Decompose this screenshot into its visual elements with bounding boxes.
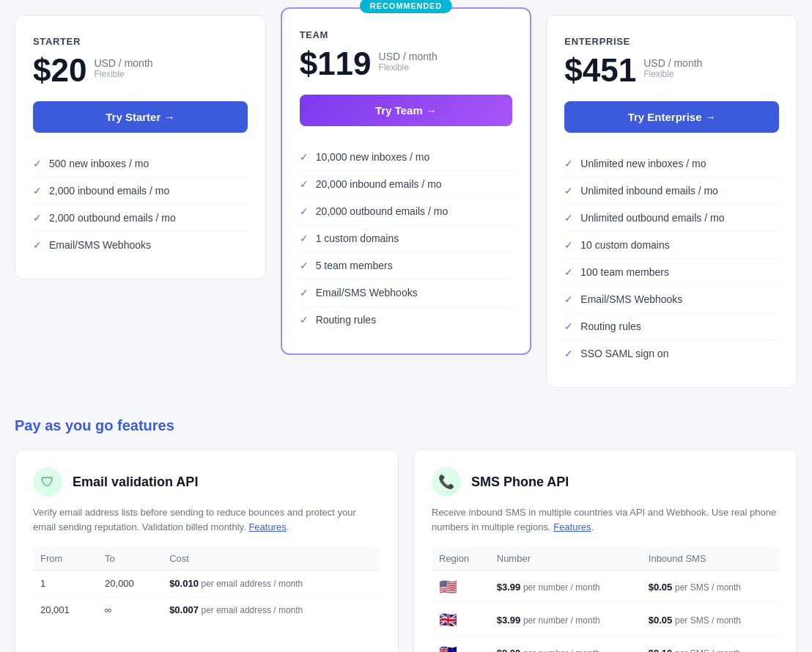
feature-item: ✓ 10,000 new inboxes / mo: [300, 144, 513, 171]
feature-item: ✓ Unlimited outbound emails / mo: [564, 205, 779, 232]
email-validation-desc: Verify email address lists before sendin…: [33, 505, 380, 534]
feature-item: ✓ Email/SMS Webhooks: [33, 232, 248, 258]
sms-phone-features-link[interactable]: Features: [553, 521, 591, 532]
email-validation-icon: 🛡: [33, 467, 62, 497]
feature-text: 20,000 inbound emails / mo: [316, 178, 442, 190]
plan-btn-enterprise[interactable]: Try Enterprise →: [564, 101, 779, 133]
check-icon: ✓: [33, 185, 42, 197]
plan-name-team: TEAM: [300, 29, 513, 40]
plan-price-sub-starter: Flexible: [94, 69, 152, 79]
check-icon: ✓: [300, 314, 309, 326]
col-header: Number: [490, 547, 641, 571]
feature-text: Unlimited inbound emails / mo: [580, 185, 718, 197]
check-icon: ✓: [564, 239, 573, 251]
col-header: To: [97, 547, 162, 571]
check-icon: ✓: [564, 158, 573, 169]
col-header: Region: [432, 547, 490, 571]
feature-text: Routing rules: [580, 320, 641, 332]
email-validation-features-link[interactable]: Features: [248, 521, 286, 532]
plan-price-unit-team: USD / month: [379, 51, 438, 62]
feature-text: Unlimited new inboxes / mo: [580, 158, 706, 169]
feature-item: ✓ Routing rules: [564, 313, 779, 340]
cost-cell: $0.010 per email address / month: [162, 571, 380, 597]
sms-phone-desc: Receive inbound SMS in multiple countrie…: [432, 505, 779, 534]
feature-item: ✓ 100 team members: [564, 259, 779, 286]
plan-btn-team[interactable]: Try Team →: [300, 95, 513, 126]
plan-name-enterprise: ENTERPRISE: [564, 36, 779, 47]
check-icon: ✓: [33, 239, 42, 251]
feature-item: ✓ Routing rules: [300, 307, 513, 333]
check-icon: ✓: [564, 212, 573, 224]
from-cell: 20,001: [33, 597, 97, 623]
to-cell: ∞: [97, 597, 162, 623]
inbound-cell: $0.10 per SMS / month: [641, 637, 779, 653]
feature-item: ✓ Email/SMS Webhooks: [300, 279, 513, 307]
plan-features-starter: ✓ 500 new inboxes / mo ✓ 2,000 inbound e…: [33, 150, 248, 258]
feature-text: Routing rules: [316, 314, 377, 326]
plan-price-team: $119: [300, 48, 372, 80]
feature-text: 5 team members: [316, 260, 393, 271]
plan-name-starter: STARTER: [33, 36, 248, 47]
feature-text: Email/SMS Webhooks: [49, 239, 151, 251]
feature-text: 10,000 new inboxes / mo: [316, 151, 430, 163]
plan-card-enterprise: ENTERPRISE $451 USD / month Flexible Try…: [546, 15, 797, 388]
plan-features-enterprise: ✓ Unlimited new inboxes / mo ✓ Unlimited…: [564, 150, 779, 367]
email-validation-table: FromToCost 1 20,000 $0.010 per email add…: [33, 547, 380, 623]
number-cell: $3.99 per number / month: [490, 604, 641, 637]
feature-item: ✓ 5 team members: [300, 252, 513, 279]
inbound-cell: $0.05 per SMS / month: [641, 571, 779, 604]
col-header: Inbound SMS: [641, 547, 779, 571]
sms-phone-title: SMS Phone API: [471, 475, 569, 490]
plan-btn-starter[interactable]: Try Starter →: [33, 101, 248, 133]
plan-price-starter: $20: [33, 54, 86, 87]
feature-text: SSO SAML sign on: [580, 348, 668, 359]
sms-phone-icon: 📞: [432, 467, 461, 497]
check-icon: ✓: [300, 205, 309, 217]
recommended-badge: RECOMMENDED: [360, 0, 452, 13]
feature-text: 2,000 outbound emails / mo: [49, 212, 176, 224]
feature-item: ✓ Unlimited inbound emails / mo: [564, 177, 779, 205]
plan-price-sub-team: Flexible: [379, 62, 438, 73]
plan-card-starter: STARTER $20 USD / month Flexible Try Sta…: [15, 15, 266, 279]
feature-text: 10 custom domains: [580, 239, 669, 251]
from-cell: 1: [33, 571, 97, 597]
inbound-cell: $0.05 per SMS / month: [641, 604, 779, 637]
payg-section: Pay as you go features 🛡 Email validatio…: [15, 417, 797, 652]
check-icon: ✓: [564, 266, 573, 278]
feature-text: Unlimited outbound emails / mo: [580, 212, 724, 224]
to-cell: 20,000: [97, 571, 162, 597]
plan-price-unit-starter: USD / month: [94, 57, 152, 69]
feature-text: 1 custom domains: [316, 232, 399, 244]
feature-item: ✓ Unlimited new inboxes / mo: [564, 150, 779, 177]
check-icon: ✓: [564, 293, 573, 305]
plan-price-sub-enterprise: Flexible: [643, 69, 702, 79]
feature-text: 100 team members: [580, 266, 669, 278]
table-row: 1 20,000 $0.010 per email address / mont…: [33, 571, 380, 597]
table-row: 🇦🇺 $8.00 per number / month $0.10 per SM…: [432, 637, 779, 653]
col-header: Cost: [162, 547, 380, 571]
feature-item: ✓ Email/SMS Webhooks: [564, 286, 779, 313]
plan-card-team: RECOMMENDEDTEAM $119 USD / month Flexibl…: [281, 7, 532, 355]
feature-item: ✓ 20,000 outbound emails / mo: [300, 198, 513, 225]
table-row: 🇬🇧 $3.99 per number / month $0.05 per SM…: [432, 604, 779, 637]
plan-price-enterprise: $451: [564, 54, 636, 87]
check-icon: ✓: [33, 212, 42, 224]
feature-item: ✓ 2,000 inbound emails / mo: [33, 177, 248, 205]
check-icon: ✓: [300, 260, 309, 271]
feature-item: ✓ 2,000 outbound emails / mo: [33, 205, 248, 232]
feature-item: ✓ 20,000 inbound emails / mo: [300, 171, 513, 198]
region-cell: 🇦🇺: [432, 637, 490, 653]
feature-item: ✓ SSO SAML sign on: [564, 340, 779, 367]
sms-table: RegionNumberInbound SMS 🇺🇸 $3.99 per num…: [432, 547, 779, 652]
col-header: From: [33, 547, 97, 571]
number-cell: $3.99 per number / month: [490, 571, 641, 604]
feature-item: ✓ 10 custom domains: [564, 232, 779, 259]
payg-card-sms-phone: 📞 SMS Phone API Receive inbound SMS in m…: [413, 449, 797, 652]
region-cell: 🇺🇸: [432, 571, 490, 604]
table-row: 🇺🇸 $3.99 per number / month $0.05 per SM…: [432, 571, 779, 604]
check-icon: ✓: [300, 232, 309, 244]
check-icon: ✓: [564, 185, 573, 197]
email-validation-title: Email validation API: [73, 475, 198, 490]
table-row: 20,001 ∞ $0.007 per email address / mont…: [33, 597, 380, 623]
payg-title: Pay as you go features: [15, 417, 797, 434]
